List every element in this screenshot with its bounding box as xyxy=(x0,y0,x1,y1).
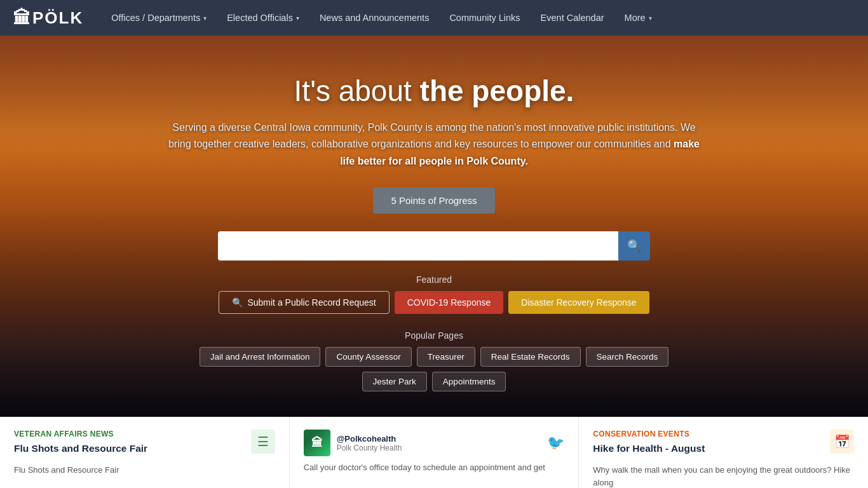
search-input[interactable] xyxy=(218,231,618,261)
news-category: Conservation Events xyxy=(593,430,705,438)
progress-button[interactable]: 5 Points of Progress xyxy=(373,187,494,214)
brand-logo-link[interactable]: 🏛 PÖLK xyxy=(13,8,83,29)
news-card-header: Veteran Affairs News Flu Shots and Resou… xyxy=(14,430,275,459)
nav-community-links[interactable]: Community Links xyxy=(440,8,529,28)
popular-links-row1: Jail and Arrest Information County Asses… xyxy=(200,347,669,367)
nav-offices-departments[interactable]: Offices / Departments ▾ xyxy=(102,8,215,28)
disaster-recovery-button[interactable]: Disaster Recovery Response xyxy=(508,291,649,314)
article-icon: ☰ xyxy=(257,434,269,449)
nav-news-announcements[interactable]: News and Announcements xyxy=(311,8,438,28)
chevron-icon: ▾ xyxy=(296,15,299,22)
chevron-icon: ▾ xyxy=(649,15,652,22)
news-type-icon: ☰ xyxy=(251,430,275,454)
hero-section: It's about the people. Serving a diverse… xyxy=(0,36,868,417)
popular-county-assessor[interactable]: County Assessor xyxy=(325,347,411,367)
calendar-icon: 📅 xyxy=(834,434,850,449)
news-type-icon: 📅 xyxy=(830,430,854,454)
news-card-conservation: Conservation Events Hike for Health - Au… xyxy=(579,417,868,488)
popular-real-estate[interactable]: Real Estate Records xyxy=(480,347,581,367)
nav-elected-officials[interactable]: Elected Officials ▾ xyxy=(218,8,308,28)
hero-subtitle: Serving a diverse Central Iowa community… xyxy=(161,119,707,170)
news-card-meta: Veteran Affairs News Flu Shots and Resou… xyxy=(14,430,147,459)
twitter-info: @Polkcohealth Polk County Health xyxy=(337,434,402,452)
submit-record-request-button[interactable]: 🔍 Submit a Public Record Request xyxy=(219,291,389,314)
news-title: Hike for Health - August xyxy=(593,442,705,455)
popular-links-row2: Jester Park Appointments xyxy=(200,372,669,391)
featured-section: Featured 🔍 Submit a Public Record Reques… xyxy=(219,274,649,314)
hero-title: It's about the people. xyxy=(161,74,707,108)
twitter-handle: @Polkcohealth xyxy=(337,434,402,444)
news-title: Flu Shots and Resource Fair xyxy=(14,442,147,455)
news-body: Why walk the mall when you can be enjoyi… xyxy=(593,464,854,488)
logo-icon: 🏛 xyxy=(13,8,30,29)
brand-name: PÖLK xyxy=(32,8,83,28)
popular-label: Popular Pages xyxy=(200,330,669,341)
nav-more[interactable]: More ▾ xyxy=(616,8,661,28)
news-section: Veteran Affairs News Flu Shots and Resou… xyxy=(0,417,868,488)
popular-jail-info[interactable]: Jail and Arrest Information xyxy=(200,347,321,367)
search-icon: 🔍 xyxy=(627,239,641,253)
twitter-avatar: 🏛 xyxy=(304,430,330,456)
twitter-body: Call your doctor's office today to sched… xyxy=(304,461,565,488)
popular-appointments[interactable]: Appointments xyxy=(432,372,506,391)
popular-search-records[interactable]: Search Records xyxy=(586,347,669,367)
featured-buttons: 🔍 Submit a Public Record Request COVID-1… xyxy=(219,291,649,314)
avatar-icon: 🏛 xyxy=(311,437,323,450)
popular-section: Popular Pages Jail and Arrest Informatio… xyxy=(200,330,669,396)
news-card-header: Conservation Events Hike for Health - Au… xyxy=(593,430,854,459)
nav-event-calendar[interactable]: Event Calendar xyxy=(532,8,613,28)
nav-links: Offices / Departments ▾ Elected Official… xyxy=(102,8,855,28)
news-category: Veteran Affairs News xyxy=(14,430,147,438)
covid-response-button[interactable]: COVID-19 Response xyxy=(395,291,504,314)
twitter-bird-icon: 🐦 xyxy=(547,435,564,451)
brand-logo: 🏛 PÖLK xyxy=(13,8,83,29)
search-icon: 🔍 xyxy=(232,297,243,308)
navbar: 🏛 PÖLK Offices / Departments ▾ Elected O… xyxy=(0,0,868,36)
news-body: Flu Shots and Resource Fair xyxy=(14,464,275,488)
popular-treasurer[interactable]: Treasurer xyxy=(417,347,475,367)
featured-label: Featured xyxy=(219,274,649,285)
news-card-meta: Conservation Events Hike for Health - Au… xyxy=(593,430,705,459)
twitter-header: 🏛 @Polkcohealth Polk County Health 🐦 xyxy=(304,430,565,456)
twitter-name: Polk County Health xyxy=(337,444,402,452)
hero-content: It's about the people. Serving a diverse… xyxy=(148,74,720,231)
news-card-veteran: Veteran Affairs News Flu Shots and Resou… xyxy=(0,417,290,488)
chevron-icon: ▾ xyxy=(203,15,207,22)
search-button[interactable]: 🔍 xyxy=(618,231,650,261)
search-bar: 🔍 xyxy=(218,231,650,261)
news-card-twitter: 🏛 @Polkcohealth Polk County Health 🐦 Cal… xyxy=(290,417,580,488)
popular-jester-park[interactable]: Jester Park xyxy=(362,372,427,391)
